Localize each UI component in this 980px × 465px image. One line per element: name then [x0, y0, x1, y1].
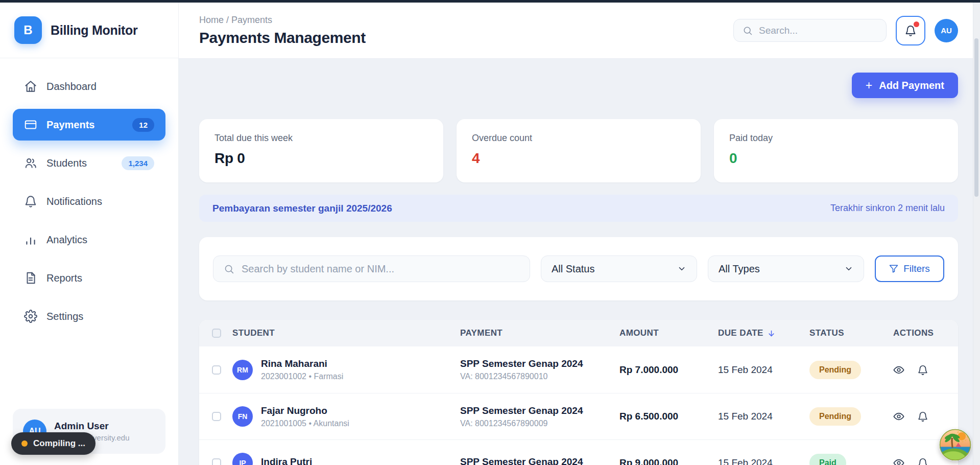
remind-bell-icon[interactable] [917, 457, 928, 465]
table-header: STUDENT PAYMENT AMOUNT DUE DATE STATUS A… [199, 320, 958, 346]
sort-desc-icon [768, 330, 775, 337]
table-search-input[interactable] [242, 263, 519, 275]
search-icon [743, 26, 753, 36]
add-payment-button[interactable]: + Add Payment [852, 73, 958, 98]
student-meta: 2023001002 • Farmasi [261, 372, 343, 381]
plus-icon: + [866, 79, 872, 92]
row-checkbox[interactable] [212, 458, 221, 465]
funnel-icon [889, 264, 898, 273]
users-icon [24, 156, 37, 170]
sidebar-item-dashboard[interactable]: Dashboard [13, 71, 165, 102]
notifications-button[interactable] [896, 16, 925, 45]
sidebar-item-label: Dashboard [46, 81, 97, 92]
table-row: FN Fajar Nugroho 2021001005 • Akuntansi … [199, 393, 958, 439]
view-icon[interactable] [893, 411, 904, 422]
stat-label: Overdue count [472, 133, 685, 144]
tropical-island-icon [939, 429, 971, 461]
gear-icon [24, 310, 37, 323]
sidebar-item-payments[interactable]: Payments 12 [13, 109, 165, 141]
island-badge[interactable] [939, 429, 971, 461]
top-strip [0, 0, 980, 3]
remind-bell-icon[interactable] [917, 411, 928, 422]
student-avatar: FN [232, 406, 253, 427]
logo-badge: B [14, 16, 42, 44]
compiling-toast: Compiling ... [11, 432, 95, 455]
payment-title: SPP Semester Genap 2024 [460, 456, 619, 465]
remind-bell-icon[interactable] [917, 364, 928, 376]
sidebar-item-analytics[interactable]: Analytics [13, 224, 165, 255]
chevron-down-icon [844, 264, 853, 273]
sidebar-item-label: Settings [46, 311, 83, 322]
sidebar-item-notifications[interactable]: Notifications [13, 185, 165, 217]
stat-card: Overdue count 4 [457, 119, 701, 182]
student-name: Indira Putri [261, 456, 312, 465]
breadcrumb: Home / Payments [199, 15, 366, 26]
column-amount: AMOUNT [619, 328, 718, 338]
credit-card-icon [24, 118, 37, 131]
sidebar-item-label: Notifications [46, 196, 102, 207]
table-search[interactable] [213, 255, 530, 282]
page-title: Payments Management [199, 29, 366, 46]
column-student: STUDENT [232, 328, 460, 338]
sidebar-item-settings[interactable]: Settings [13, 300, 165, 332]
sidebar: B Billing Monitor Dashboard Payments 12 … [0, 3, 179, 465]
home-icon [24, 80, 37, 93]
sidebar-item-badge: 1,234 [122, 156, 154, 170]
sidebar-item-badge: 12 [132, 118, 154, 132]
view-icon[interactable] [893, 364, 904, 376]
sidebar-item-label: Reports [46, 272, 82, 284]
due-date: 15 Feb 2024 [718, 364, 809, 376]
type-filter-select[interactable]: All Types [708, 255, 864, 282]
table-body: RM Rina Maharani 2023001002 • Farmasi SP… [199, 346, 958, 465]
due-date: 15 Feb 2024 [718, 411, 809, 422]
sidebar-item-label: Payments [46, 119, 95, 131]
app-logo: B Billing Monitor [0, 3, 178, 58]
topbar: Home / Payments Payments Management AU [179, 3, 980, 59]
global-search-input[interactable] [759, 25, 877, 36]
row-checkbox[interactable] [212, 412, 221, 421]
toast-status-dot [21, 440, 28, 447]
stat-value: 0 [729, 150, 943, 167]
filter-bar: All Status All Types Filters [199, 237, 958, 300]
chevron-down-icon [677, 264, 686, 273]
search-icon [224, 264, 234, 274]
sidebar-nav: Dashboard Payments 12 Students 1,234 Not… [0, 58, 178, 332]
banner-message: Pembayaran semester ganjil 2025/2026 [212, 203, 392, 214]
global-search[interactable] [733, 19, 887, 42]
status-filter-select[interactable]: All Status [541, 255, 697, 282]
semester-banner: Pembayaran semester ganjil 2025/2026 Ter… [199, 195, 958, 222]
status-badge: Pending [809, 407, 861, 426]
filters-button[interactable]: Filters [875, 255, 944, 282]
unread-dot [914, 21, 919, 27]
toast-label: Compiling ... [33, 438, 85, 449]
bar-chart-icon [24, 233, 37, 246]
user-name: Admin User [54, 421, 130, 432]
status-badge: Pending [809, 361, 861, 379]
payment-va: VA: 8001234567890010 [460, 372, 619, 381]
sidebar-item-label: Analytics [46, 234, 87, 246]
due-date: 15 Feb 2024 [718, 457, 809, 465]
stat-label: Total due this week [214, 133, 428, 144]
main-area: Home / Payments Payments Management AU +… [179, 3, 980, 465]
page-content: + Add Payment Total due this week Rp 0 O… [179, 59, 980, 465]
stat-value: 4 [472, 150, 685, 167]
stat-value: Rp 0 [214, 150, 428, 167]
sidebar-item-students[interactable]: Students 1,234 [13, 147, 165, 179]
row-checkbox[interactable] [212, 365, 221, 375]
avatar[interactable]: AU [935, 19, 958, 42]
student-meta: 2021001005 • Akuntansi [261, 419, 349, 428]
column-actions: ACTIONS [893, 328, 958, 338]
view-icon[interactable] [893, 457, 904, 465]
scrollbar [973, 3, 980, 465]
column-due-date[interactable]: DUE DATE [718, 328, 809, 338]
sync-status: Terakhir sinkron 2 menit lalu [830, 203, 945, 214]
student-name: Fajar Nugroho [261, 405, 349, 416]
sidebar-item-reports[interactable]: Reports [13, 262, 165, 294]
stat-card: Paid today 0 [714, 119, 958, 182]
payment-title: SPP Semester Genap 2024 [460, 358, 619, 369]
scrollbar-thumb[interactable] [974, 38, 978, 197]
select-all-checkbox[interactable] [212, 329, 221, 338]
app-title: Billing Monitor [51, 23, 137, 38]
table-row: RM Rina Maharani 2023001002 • Farmasi SP… [199, 346, 958, 393]
payment-title: SPP Semester Genap 2024 [460, 405, 619, 416]
